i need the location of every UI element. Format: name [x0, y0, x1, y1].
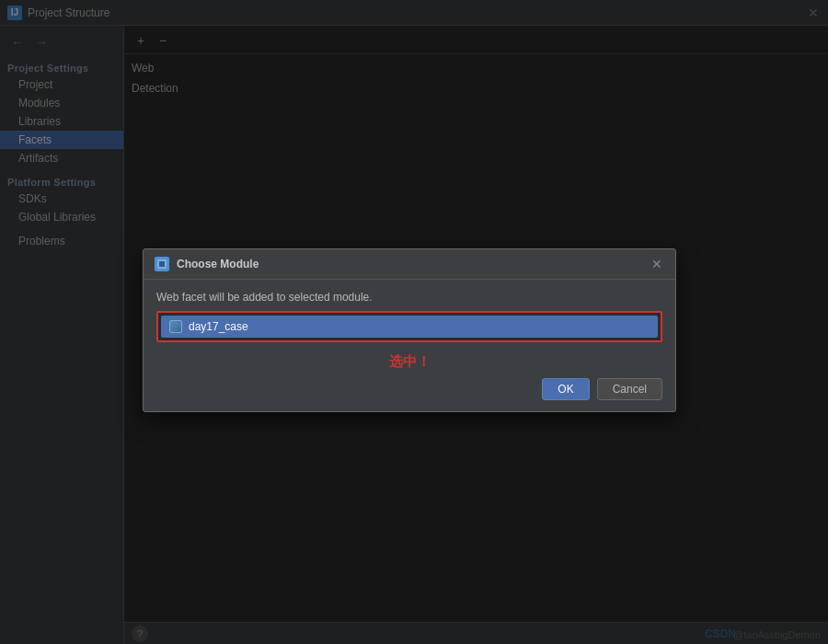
ok-button[interactable]: OK: [542, 378, 589, 400]
sidebar-item-sdks[interactable]: SDKs: [0, 190, 123, 208]
sidebar-item-modules[interactable]: Modules: [0, 94, 123, 112]
dialog-close-button[interactable]: ✕: [650, 257, 664, 271]
module-item-day17[interactable]: day17_case: [161, 316, 658, 338]
title-bar: IJ Project Structure ✕: [0, 0, 828, 26]
module-folder-icon: [168, 319, 183, 334]
close-window-button[interactable]: ✕: [806, 6, 821, 20]
dialog-description: Web facet will be added to selected modu…: [156, 291, 662, 304]
platform-settings-label: Platform Settings: [0, 173, 123, 190]
facet-item-web[interactable]: Web: [124, 58, 828, 78]
author-watermark: @taoAssbigDemon: [733, 629, 821, 640]
dialog-body: Web facet will be added to selected modu…: [144, 280, 675, 411]
back-button[interactable]: ←: [7, 33, 28, 52]
nav-arrows: ← →: [0, 29, 123, 59]
sidebar: ← → Project Settings Project Modules Lib…: [0, 26, 124, 644]
dialog-icon: [155, 257, 169, 271]
selection-annotation: 选中！: [156, 353, 662, 371]
sidebar-item-problems[interactable]: Problems: [0, 232, 123, 250]
window-title: Project Structure: [28, 6, 806, 19]
remove-facet-button[interactable]: −: [154, 31, 172, 50]
project-settings-label: Project Settings: [0, 59, 123, 75]
sidebar-item-facets[interactable]: Facets: [0, 131, 123, 149]
module-list: day17_case: [156, 311, 662, 342]
dialog-buttons: OK Cancel: [156, 374, 662, 400]
add-facet-button[interactable]: +: [132, 31, 150, 50]
facets-toolbar: + −: [124, 26, 828, 54]
dialog-title: Choose Module: [177, 258, 650, 270]
choose-module-dialog: Choose Module ✕ Web facet will be added …: [143, 248, 676, 412]
svg-rect-1: [159, 261, 165, 267]
app-icon: IJ: [7, 6, 22, 20]
dialog-title-bar: Choose Module ✕: [144, 249, 675, 280]
sidebar-item-artifacts[interactable]: Artifacts: [0, 149, 123, 167]
facets-list: Web Detection: [124, 54, 828, 102]
help-button[interactable]: ?: [132, 626, 148, 642]
status-bar: ? CSDN @taoAssbigDemon: [124, 622, 828, 644]
forward-button[interactable]: →: [31, 33, 52, 52]
facet-item-detection[interactable]: Detection: [124, 78, 828, 98]
sidebar-item-project[interactable]: Project: [0, 75, 123, 94]
sidebar-item-libraries[interactable]: Libraries: [0, 112, 123, 131]
csdn-watermark: CSDN: [705, 627, 736, 640]
cancel-button[interactable]: Cancel: [597, 378, 662, 400]
sidebar-item-global-libraries[interactable]: Global Libraries: [0, 208, 123, 226]
module-name: day17_case: [189, 320, 248, 333]
